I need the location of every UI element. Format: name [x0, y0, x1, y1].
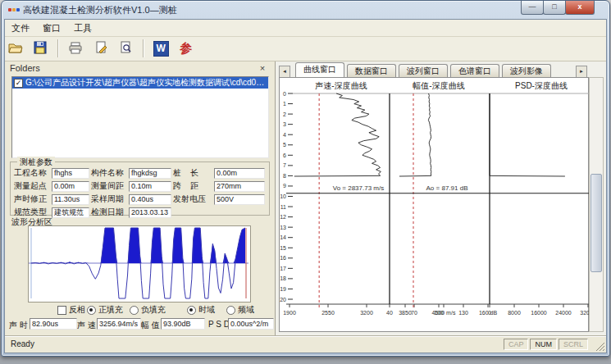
close-button[interactable]: x [565, 1, 595, 15]
svg-text:40: 40 [386, 310, 393, 316]
amplitude-field[interactable]: 93.90dB [161, 318, 205, 330]
radio-icon[interactable] [187, 306, 196, 315]
svg-text:3: 3 [283, 121, 286, 127]
negative-fill-radio[interactable]: 负填充 [130, 304, 166, 316]
svg-text:Vo = 2837.73 m/s: Vo = 2837.73 m/s [333, 184, 385, 192]
radio-icon[interactable] [226, 306, 235, 315]
client-area: 文件窗口工具 W 参 Folders × ✓ G:\公司产品设计 [4, 19, 607, 353]
toolbar-separator [143, 39, 144, 57]
tab-wave-train-window[interactable]: 波列窗口 [399, 64, 448, 77]
checkbox-icon[interactable] [57, 306, 66, 315]
psd-label: P S D [208, 320, 230, 329]
close-panel-icon[interactable]: × [257, 63, 268, 73]
status-text: Ready [11, 339, 34, 348]
checkbox-checked-icon[interactable]: ✓ [14, 79, 23, 88]
title-bar[interactable]: 高铁建混凝土检测分析软件V1.0—测桩 — □ x [2, 1, 609, 19]
menu-item-tools[interactable]: 工具 [67, 20, 98, 34]
svg-text:100: 100 [434, 310, 444, 316]
param-label-1: 构件名称 [91, 167, 127, 179]
freq-domain-radio[interactable]: 频域 [226, 304, 254, 316]
groupbox-legend: 测桩参数 [17, 157, 55, 168]
psd-field[interactable]: 0.00us^2/m [228, 318, 274, 330]
svg-text:0: 0 [488, 310, 491, 316]
word-report-button[interactable]: W [151, 39, 171, 58]
param-field-1[interactable]: fhgkdsg [129, 168, 171, 179]
tab-curve-window[interactable]: 曲线窗口 [295, 62, 344, 77]
time-domain-radio[interactable]: 时域 [187, 304, 215, 316]
keyboard-state-keys: CAPNUMSCRL [502, 339, 588, 350]
svg-text:19: 19 [280, 286, 286, 292]
tab-data-window[interactable]: 数据窗口 [347, 64, 396, 77]
toolbar: W 参 [5, 37, 606, 61]
maximize-button[interactable]: □ [543, 1, 566, 15]
svg-text:4: 4 [283, 132, 286, 138]
app-icon [8, 5, 20, 15]
positive-fill-radio[interactable]: 正填充 [87, 304, 123, 316]
folders-header[interactable]: Folders × [7, 62, 273, 77]
print-button[interactable] [66, 39, 85, 58]
param-char-icon: 参 [180, 40, 192, 57]
positive-fill-label: 正填充 [98, 304, 123, 316]
tab-scroll-left-icon[interactable]: ◄ [279, 66, 290, 78]
menu-bar: 文件窗口工具 [5, 20, 606, 37]
resize-grip[interactable] [594, 340, 605, 352]
param-field-10[interactable]: 2013.03.13 [129, 207, 171, 218]
param-label-6: 声时修正 [14, 193, 50, 205]
folders-title: Folders [10, 63, 40, 73]
amplitude-label: 幅 值 [141, 320, 160, 331]
print-preview-icon [119, 43, 132, 57]
svg-text:3200: 3200 [360, 310, 373, 316]
param-field-8[interactable]: 500V [214, 194, 265, 205]
svg-text:16: 16 [280, 255, 286, 261]
svg-text:10: 10 [280, 193, 286, 199]
radio-icon[interactable] [87, 306, 96, 315]
svg-text:20: 20 [280, 297, 286, 303]
tab-scroll-right-icon[interactable]: ► [576, 66, 587, 78]
svg-text:9: 9 [283, 183, 286, 189]
svg-text:130: 130 [458, 310, 468, 316]
param-label-5: 跨 距 [173, 180, 212, 192]
svg-text:15: 15 [280, 245, 286, 251]
pile-params-groupbox: 测桩参数 工程名称fhghs构件名称fhgkdsg桩 长0.00m测量起点0.0… [10, 162, 270, 216]
param-field-7[interactable]: 0.40us [129, 194, 171, 205]
param-field-4[interactable]: 0.10m [129, 181, 171, 192]
param-field-2[interactable]: 0.00m [214, 168, 265, 179]
param-field-9[interactable]: 建筑规范 [52, 207, 89, 218]
parameters-button[interactable]: 参 [176, 39, 196, 58]
open-button[interactable] [6, 39, 25, 58]
word-icon: W [153, 41, 169, 57]
save-button[interactable] [30, 39, 50, 58]
folders-dock-panel: Folders × ✓ G:\公司产品设计开发\超声仪器\超声仪实地检测数据调试… [5, 61, 276, 336]
param-field-0[interactable]: fhghs [52, 168, 89, 179]
page-export-icon [94, 43, 107, 57]
invert-label: 反相 [69, 304, 85, 316]
svg-text:14: 14 [280, 234, 286, 240]
svg-text:11: 11 [280, 204, 286, 210]
tabs: 曲线窗口数据窗口波列窗口色谱窗口波列影像 [295, 63, 554, 77]
waveform-canvas[interactable] [28, 225, 251, 303]
sound-time-field[interactable]: 82.90us [30, 318, 77, 330]
menu-item-window[interactable]: 窗口 [36, 20, 67, 34]
tab-spectrum-window[interactable]: 色谱窗口 [450, 64, 499, 77]
param-field-3[interactable]: 0.00m [52, 181, 89, 192]
menu-item-file[interactable]: 文件 [5, 20, 36, 34]
workspace: Folders × ✓ G:\公司产品设计开发\超声仪器\超声仪实地检测数据调试… [5, 61, 606, 336]
scrollbar-thumb[interactable] [590, 174, 602, 271]
status-key-cap: CAP [504, 339, 529, 350]
radio-icon[interactable] [130, 306, 139, 315]
file-list-item[interactable]: ✓ G:\公司产品设计开发\超声仪器\超声仪实地检测数据调试\cd\cd03\c… [12, 77, 268, 89]
param-field-5[interactable]: 270mm [214, 181, 265, 192]
params-grid: 工程名称fhghs构件名称fhgkdsg桩 长0.00m测量起点0.00m测量间… [14, 167, 267, 218]
param-field-6[interactable]: 11.30us [52, 194, 89, 205]
preview-button[interactable] [116, 39, 135, 58]
sound-velocity-field[interactable]: 3256.94m/s [97, 318, 141, 330]
vertical-scrollbar[interactable] [589, 77, 604, 332]
export-button[interactable] [91, 39, 111, 58]
curve-chart-area[interactable]: 0123456789101112131415161718192019002550… [279, 77, 589, 332]
param-label-2: 桩 长 [173, 167, 212, 179]
invert-checkbox[interactable]: 反相 [57, 304, 85, 316]
waveform-controls: 反相 正填充 负填充 时域 [5, 304, 275, 316]
file-listbox[interactable]: ✓ G:\公司产品设计开发\超声仪器\超声仪实地检测数据调试\cd\cd03\c… [11, 76, 269, 158]
tab-wave-train-image[interactable]: 波列影像 [502, 64, 551, 77]
minimize-button[interactable]: — [521, 1, 544, 15]
